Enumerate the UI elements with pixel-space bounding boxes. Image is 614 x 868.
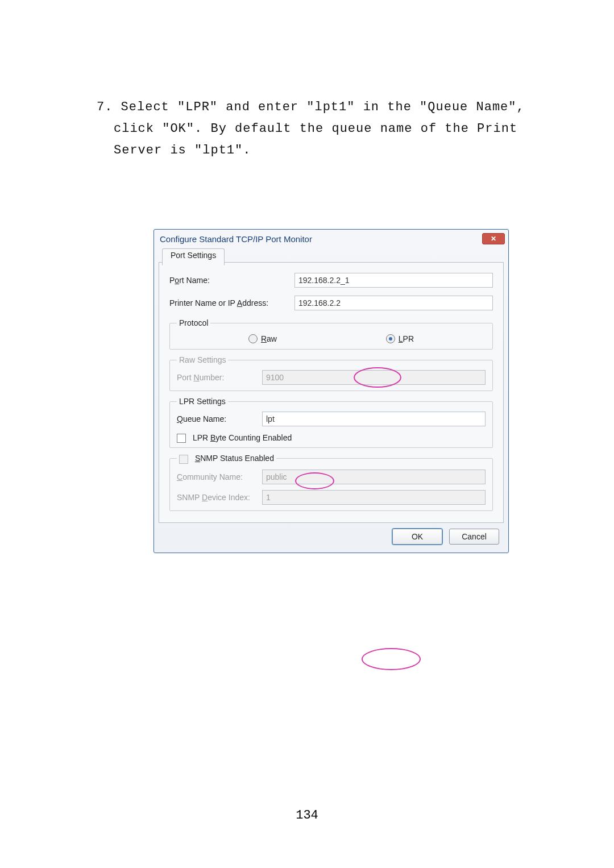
queue-name-label: Queue Name: (177, 414, 262, 423)
checkbox-icon (179, 455, 188, 464)
queue-name-input[interactable] (262, 412, 486, 426)
raw-settings-legend: Raw Settings (177, 355, 228, 364)
protocol-legend: Protocol (177, 318, 210, 327)
dialog-titlebar: Configure Standard TCP/IP Port Monitor ✕ (154, 230, 508, 247)
protocol-row: Raw LPR (177, 333, 486, 344)
port-number-input (262, 370, 486, 385)
snmp-legend[interactable]: SNMP Status Enabled (177, 454, 276, 463)
highlight-ok-ellipse (362, 648, 421, 670)
byte-counting-row[interactable]: LPR Byte Counting Enabled (177, 433, 486, 443)
raw-label: Raw (261, 334, 277, 343)
dialog-title: Configure Standard TCP/IP Port Monitor (160, 234, 312, 244)
port-name-label: Port Name: (169, 276, 294, 285)
ok-button[interactable]: OK (392, 529, 442, 545)
port-name-input[interactable] (294, 273, 493, 288)
page: 7. Select "LPR" and enter "lpt1" in the … (0, 0, 614, 868)
ip-address-label: Printer Name or IP Address: (169, 298, 294, 308)
lpr-settings-fieldset: LPR Settings Queue Name: LPR Byte Counti… (169, 397, 493, 448)
page-number: 134 (0, 808, 614, 823)
tab-port-settings[interactable]: Port Settings (162, 248, 225, 265)
community-name-input (262, 470, 486, 484)
port-number-label: Port Number: (177, 373, 262, 382)
checkbox-icon (177, 434, 186, 443)
raw-radio[interactable]: Raw (248, 334, 277, 343)
protocol-fieldset: Protocol Raw LPR (169, 318, 493, 350)
ip-address-input[interactable] (294, 296, 493, 310)
lpr-label: LPR (399, 334, 414, 343)
port-name-row: Port Name: (169, 273, 493, 288)
lpr-settings-legend: LPR Settings (177, 397, 228, 406)
byte-counting-label: LPR Byte Counting Enabled (193, 433, 292, 442)
radio-icon (386, 334, 395, 343)
device-index-input (262, 490, 486, 505)
cancel-button[interactable]: Cancel (449, 529, 499, 545)
lpr-radio[interactable]: LPR (386, 334, 414, 343)
community-name-label: Community Name: (177, 472, 262, 481)
close-icon[interactable]: ✕ (482, 233, 505, 244)
radio-icon (248, 334, 258, 343)
dialog-buttons: OK Cancel (154, 529, 508, 553)
tab-strip: Port Settings (159, 247, 504, 263)
snmp-fieldset: SNMP Status Enabled Community Name: SNMP… (169, 454, 493, 510)
raw-settings-fieldset: Raw Settings Port Number: (169, 355, 493, 391)
device-index-label: SNMP Device Index: (177, 493, 262, 502)
tab-page: Port Name: Printer Name or IP Address: P… (159, 262, 504, 523)
ip-address-row: Printer Name or IP Address: (169, 296, 493, 310)
port-settings-dialog: Configure Standard TCP/IP Port Monitor ✕… (154, 229, 509, 553)
instruction-text: 7. Select "LPR" and enter "lpt1" in the … (114, 97, 540, 161)
